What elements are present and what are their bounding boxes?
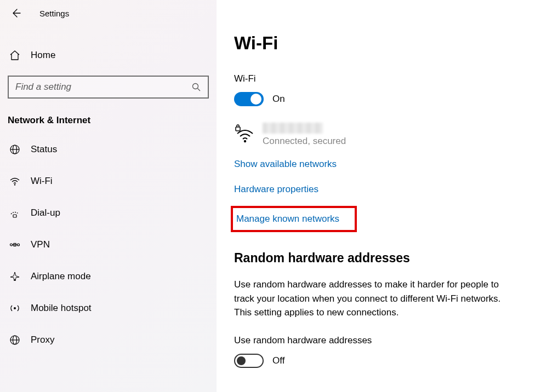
- sidebar: Settings Home Network & Internet Stat: [0, 0, 217, 392]
- link-manage-known-networks[interactable]: Manage known networks: [236, 214, 339, 224]
- svg-point-11: [14, 307, 16, 309]
- wifi-toggle-state: On: [272, 94, 285, 105]
- sidebar-item-vpn[interactable]: VPN: [0, 229, 217, 261]
- svg-point-7: [10, 244, 13, 246]
- arrow-left-icon: [10, 8, 21, 19]
- sidebar-item-dialup[interactable]: Dial-up: [0, 197, 217, 229]
- svg-line-1: [198, 89, 201, 91]
- random-hw-toggle-row: Off: [234, 354, 529, 368]
- link-hardware-properties[interactable]: Hardware properties: [234, 184, 318, 195]
- svg-rect-6: [13, 215, 16, 217]
- nav-label: Status: [31, 144, 57, 155]
- wifi-toggle-heading: Wi-Fi: [234, 73, 529, 84]
- hotspot-icon: [8, 302, 22, 314]
- wifi-icon: [8, 175, 22, 187]
- home-icon: [8, 49, 22, 61]
- random-hw-toggle[interactable]: [234, 354, 264, 368]
- random-hw-body: Use random hardware addresses to make it…: [234, 278, 508, 320]
- svg-point-8: [18, 244, 20, 246]
- sidebar-item-hotspot[interactable]: Mobile hotspot: [0, 292, 217, 324]
- sidebar-item-wifi[interactable]: Wi-Fi: [0, 165, 217, 197]
- wifi-toggle-row: On: [234, 92, 529, 106]
- sidebar-header: Settings: [0, 0, 217, 26]
- search-icon: [191, 82, 201, 92]
- sidebar-item-home[interactable]: Home: [0, 42, 217, 69]
- wifi-secured-icon: [234, 124, 255, 145]
- page-title: Wi-Fi: [234, 33, 529, 54]
- window-title: Settings: [39, 9, 69, 18]
- proxy-icon: [8, 334, 22, 346]
- nav-label: Proxy: [31, 335, 54, 345]
- random-hw-toggle-heading: Use random hardware addresses: [234, 335, 529, 346]
- search-input[interactable]: [15, 82, 191, 93]
- airplane-icon: [8, 270, 22, 283]
- network-info: Connected, secured: [263, 123, 346, 147]
- svg-rect-16: [236, 127, 240, 131]
- nav-label: Dial-up: [31, 207, 60, 218]
- random-hw-heading: Random hardware addresses: [234, 251, 529, 266]
- svg-point-5: [14, 184, 15, 185]
- search-box[interactable]: [8, 76, 209, 99]
- back-button[interactable]: [10, 7, 22, 19]
- link-show-available-networks[interactable]: Show available networks: [234, 159, 337, 170]
- nav-label: Mobile hotspot: [31, 303, 92, 314]
- network-status: Connected, secured: [263, 136, 346, 147]
- nav-label: Airplane mode: [31, 271, 91, 282]
- home-label: Home: [31, 50, 55, 61]
- globe-icon: [8, 143, 22, 155]
- vpn-icon: [8, 239, 22, 251]
- highlight-annotation: Manage known networks: [231, 206, 357, 232]
- main-panel: Wi-Fi Wi-Fi On Connected, secured Show a…: [217, 0, 552, 392]
- random-hw-toggle-state: Off: [272, 355, 284, 366]
- sidebar-item-status[interactable]: Status: [0, 134, 217, 165]
- svg-point-0: [193, 84, 198, 89]
- sidebar-item-proxy[interactable]: Proxy: [0, 324, 217, 356]
- dialup-icon: [8, 207, 22, 219]
- svg-point-15: [244, 140, 246, 142]
- current-network[interactable]: Connected, secured: [234, 123, 529, 147]
- sidebar-section-heading: Network & Internet: [0, 99, 217, 134]
- nav-label: VPN: [31, 239, 50, 250]
- nav-label: Wi-Fi: [31, 176, 53, 187]
- network-name-redacted: [263, 123, 323, 134]
- sidebar-item-airplane[interactable]: Airplane mode: [0, 261, 217, 292]
- wifi-toggle[interactable]: [234, 92, 264, 106]
